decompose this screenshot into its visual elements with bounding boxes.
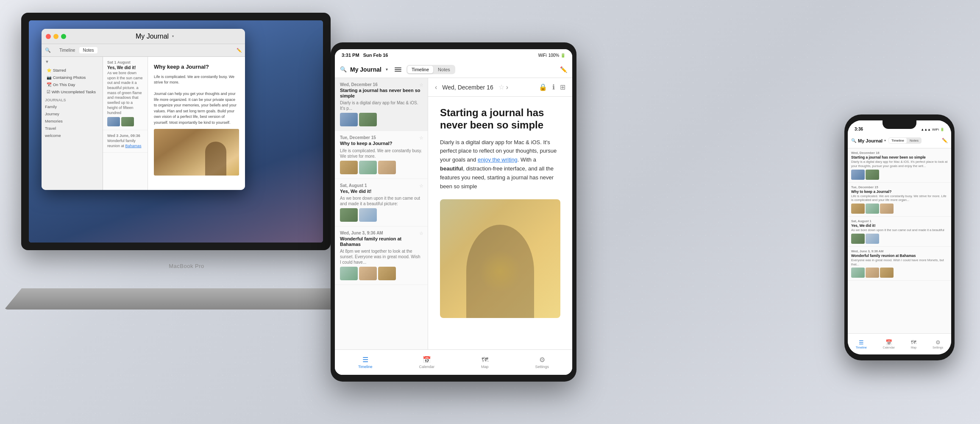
ipad-device: 3:31 PM Sun Feb 16 WiFi 100% 🔋 🔍 My Jour… — [331, 42, 576, 382]
iphone-entry-0[interactable]: Wed, December 16 Starting a journal has … — [848, 148, 951, 183]
ipad-frame: 3:31 PM Sun Feb 16 WiFi 100% 🔋 🔍 My Jour… — [331, 42, 576, 382]
iphone-title-chevron[interactable]: ▾ — [884, 139, 886, 142]
ipad-entry-0[interactable]: ☆ Wed, December 16 Starting a journal ha… — [335, 78, 428, 131]
iphone-bottom-nav: ☰ Timeline 📅 Calendar 🗺 Map ⚙ Settings — [848, 333, 951, 354]
iphone-entry-date-0: Wed, December 16 — [851, 151, 948, 155]
ipad-entry-title-1: Why to keep a Journal? — [340, 141, 423, 146]
iphone-nav-calendar[interactable]: 📅 Calendar — [883, 339, 895, 349]
ipad-tab-timeline[interactable]: Timeline — [407, 66, 433, 73]
ipad-lock-icon[interactable]: 🔒 — [539, 83, 547, 91]
ipad-more-icon[interactable]: ⊞ — [560, 83, 565, 91]
ipad-nav-calendar-icon: 📅 — [423, 356, 431, 364]
macbook-label: MacBook Pro — [169, 263, 204, 269]
ipad-nav-timeline[interactable]: ☰ Timeline — [358, 356, 373, 369]
mac-sidebar: ▼ ⭐ Starred 📷 Containing Photos 📆 On Thi… — [42, 57, 103, 190]
mac-filter-starred[interactable]: ⭐ Starred — [43, 67, 101, 74]
iphone-thumb-3-2 — [880, 268, 894, 278]
iphone-entry-title-3: Wonderful family reunion at Bahamas — [851, 254, 948, 258]
mac-filter-uncompleted[interactable]: ☑ With Uncompleted Tasks — [43, 88, 101, 95]
iphone-search-icon[interactable]: 🔍 — [851, 138, 856, 143]
mac-tab-timeline[interactable]: Timeline — [56, 47, 78, 53]
ipad-thumb-row-1 — [340, 161, 423, 174]
mac-filter-bar: ▼ — [42, 57, 103, 67]
ipad-right-icons: 🔒 ℹ ⊞ — [539, 83, 565, 91]
iphone-thumb-row-0 — [851, 170, 948, 180]
mac-timeline: Sat 1 August Yes, We did it! As we bore … — [103, 57, 148, 190]
mac-content: ▼ ⭐ Starred 📷 Containing Photos 📆 On Thi… — [42, 57, 245, 190]
iphone-entry-3[interactable]: Wed, June 3, 9:36 AM Wonderful family re… — [848, 247, 951, 281]
ipad-next-chevron[interactable]: › — [506, 84, 508, 91]
iphone-journal-title[interactable]: My Journal — [858, 138, 883, 143]
iphone-nav-timeline-label: Timeline — [856, 346, 867, 349]
iphone-entry-2[interactable]: Sat, August 1 Yes, We did it! As we bore… — [848, 217, 951, 247]
ipad-bottom-nav: ☰ Timeline 📅 Calendar 🗺 Map ⚙ Settings — [335, 349, 572, 375]
ipad-prev-chevron[interactable]: ‹ — [435, 84, 437, 91]
iphone-tab-timeline[interactable]: Timeline — [889, 138, 907, 143]
ipad-info-icon[interactable]: ℹ — [552, 83, 555, 91]
mac-title-chevron[interactable]: ▾ — [172, 34, 174, 38]
macbook-screen: My Journal ▾ 🔍 Timeline Notes ✏️ — [29, 20, 323, 243]
iphone-thumb-0-1 — [866, 170, 879, 180]
mac-entry-0[interactable]: Sat 1 August Yes, We did it! As we bore … — [103, 57, 148, 130]
mac-filter-on-this-day[interactable]: 📆 On This Day — [43, 81, 101, 88]
ipad-right-topbar: ‹ Wed, December 16 ☆ › 🔒 ℹ ⊞ — [428, 78, 572, 97]
mac-entry-text: Life is complicated. We are constantly b… — [154, 74, 239, 126]
ipad-entry-preview-2: As we bore down upon it the sun came out… — [340, 195, 423, 206]
iphone-tab-notes[interactable]: Notes — [907, 138, 921, 143]
ipad-edit-icon[interactable]: ✏️ — [560, 66, 567, 73]
ipad-nav-star[interactable]: ☆ — [498, 83, 504, 91]
mac-edit-icon[interactable]: ✏️ — [237, 48, 242, 53]
ipad-hamburger-icon[interactable] — [395, 67, 401, 72]
mac-journal-travel[interactable]: Travel — [42, 125, 103, 132]
ipad-title-chevron[interactable]: ▾ — [386, 67, 388, 72]
mac-filter-icon[interactable]: ▼ — [45, 59, 49, 64]
ipad-journal-title[interactable]: My Journal — [350, 66, 381, 73]
ipad-tab-notes[interactable]: Notes — [434, 66, 454, 73]
mac-titlebar: My Journal ▾ — [42, 29, 245, 44]
mac-search-icon[interactable]: 🔍 — [45, 47, 51, 53]
iphone-nav-timeline-icon: ☰ — [859, 339, 864, 346]
iphone-nav-settings[interactable]: ⚙ Settings — [933, 339, 943, 349]
ipad-nav-map[interactable]: 🗺 Map — [481, 356, 489, 369]
ipad-nav-map-label: Map — [481, 365, 489, 369]
ipad-entry-2[interactable]: ☆ Sat, August 1 Yes, We did it! As we bo… — [335, 179, 428, 226]
mac-journal-journey[interactable]: Journey — [42, 110, 103, 117]
ipad-nav-settings[interactable]: ⚙ Settings — [535, 356, 549, 369]
iphone-nav-map[interactable]: 🗺 Map — [911, 339, 917, 349]
mac-tab-notes[interactable]: Notes — [79, 47, 97, 53]
ipad-nav-timeline-label: Timeline — [358, 365, 373, 369]
iphone-nav-timeline[interactable]: ☰ Timeline — [856, 339, 867, 349]
ipad-link[interactable]: enjoy the writing — [478, 156, 518, 163]
mac-maximize-dot[interactable] — [61, 34, 66, 39]
ipad-entry-1[interactable]: ☆ Tue, December 15 Why to keep a Journal… — [335, 131, 428, 179]
mac-entry-1[interactable]: Wed 3 June, 09:36 Wonderful family reuni… — [103, 130, 148, 152]
iphone-device: 3:36 ▲▲▲ WiFi 🔋 🔍 My Journal ▾ Timeline … — [844, 114, 955, 360]
ipad-right-wrapper: ‹ Wed, December 16 ☆ › 🔒 ℹ ⊞ Starting a … — [428, 78, 572, 349]
mac-journal-memories[interactable]: Memories — [42, 117, 103, 125]
iphone-thumb-2-1 — [866, 234, 879, 244]
mac-minimize-dot[interactable] — [53, 34, 58, 39]
iphone-thumb-0-0 — [851, 170, 865, 180]
ipad-nav-calendar[interactable]: 📅 Calendar — [419, 356, 435, 369]
mac-thumb-row-0 — [107, 117, 143, 126]
iphone-screen: 3:36 ▲▲▲ WiFi 🔋 🔍 My Journal ▾ Timeline … — [848, 120, 951, 354]
iphone-entry-1[interactable]: Tue, December 15 Why to keep a Journal? … — [848, 183, 951, 217]
mac-filter-photos[interactable]: 📷 Containing Photos — [43, 74, 101, 81]
mac-entry-heading: Why keep a Journal? — [154, 64, 239, 71]
ipad-search-icon[interactable]: 🔍 — [340, 66, 347, 73]
iphone-entry-preview-3: Everyone was in great mood. Wish I could… — [851, 258, 948, 267]
iphone-time: 3:36 — [855, 127, 863, 131]
iphone-edit-icon[interactable]: ✏️ — [942, 138, 948, 143]
ipad-entry-date-2: Sat, August 1 — [340, 183, 423, 188]
ipad-entry-3[interactable]: ☆ Wed, June 3, 9:36 AM Wonderful family … — [335, 226, 428, 285]
mac-journal-welcome[interactable]: welcome — [42, 132, 103, 139]
iphone-wifi-icon: WiFi — [932, 128, 939, 131]
ipad-star-0: ☆ — [419, 82, 423, 88]
ipad-nav-timeline-icon: ☰ — [362, 356, 368, 364]
ipad-nav-settings-icon: ⚙ — [539, 356, 545, 364]
mac-journal-family[interactable]: Family — [42, 103, 103, 110]
mac-close-dot[interactable] — [46, 34, 51, 39]
ipad-battery: 100% 🔋 — [548, 53, 565, 58]
mac-person-silhouette — [205, 142, 226, 176]
iphone-status-icons: ▲▲▲ WiFi 🔋 — [921, 128, 944, 131]
